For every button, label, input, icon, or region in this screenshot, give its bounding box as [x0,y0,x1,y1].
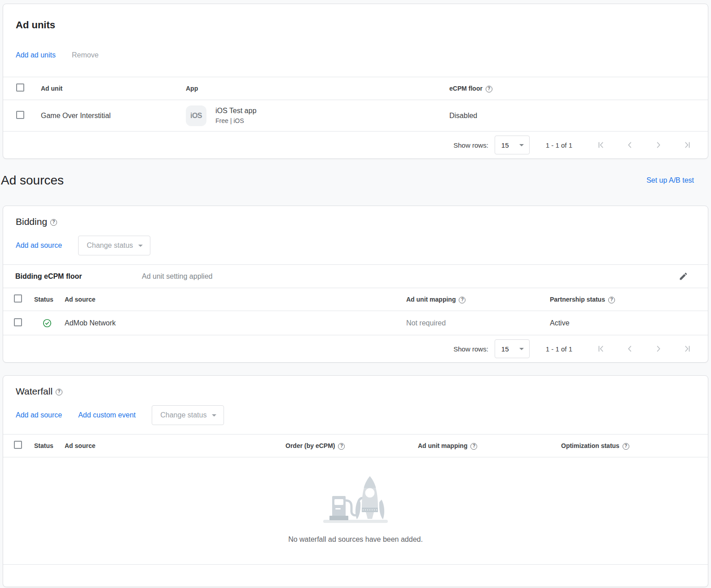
page-range: 1 - 1 of 1 [546,141,572,149]
bidding-help-icon[interactable] [50,219,57,226]
pagination-nav [596,343,693,354]
waterfall-card: Waterfall Add ad source Add custom event… [3,375,708,587]
col-app: App [186,85,449,92]
ad-unit-name[interactable]: Game Over Interstitial [41,112,186,120]
bidding-card: Bidding Add ad source Change status Bidd… [3,206,708,363]
ad-units-card: Ad units Add ad units Remove Ad unit App… [3,4,708,159]
change-status-button[interactable]: Change status [78,236,150,255]
add-ad-units-link[interactable]: Add ad units [16,51,56,59]
waterfall-head: Waterfall Add ad source Add custom event… [3,376,708,434]
next-page-icon[interactable] [653,140,664,150]
order-by-ecpm-help-icon[interactable] [338,443,345,450]
ad-unit-mapping-help-icon[interactable] [459,297,465,303]
table-row: Game Over Interstitial iOS iOS Test app … [3,100,708,132]
row-checkbox-cell [3,111,41,121]
ad-unit-mapping-value: Not required [406,319,550,327]
change-status-button[interactable]: Change status [152,405,224,425]
ad-unit-mapping-help-icon[interactable] [470,443,477,450]
ios-app-icon: iOS [186,105,206,126]
page: Ad units Add ad units Remove Ad unit App… [0,0,711,588]
bidding-actions: Add ad source Change status [16,236,695,255]
bidding-pagination: Show rows: 15 1 - 1 of 1 [3,335,708,362]
col-ad-unit: Ad unit [41,85,186,92]
waterfall-card-footer [3,564,708,587]
chevron-down-icon [212,414,216,417]
ad-source-name[interactable]: AdMob Network [65,319,406,327]
app-meta: Free | iOS [215,117,256,125]
rows-per-page-select[interactable]: 15 [495,136,530,154]
bidding-ecpm-floor-label: Bidding eCPM floor [15,272,142,281]
set-up-ab-test-link[interactable]: Set up A/B test [646,176,694,184]
select-all-checkbox[interactable] [16,83,24,92]
row-checkbox[interactable] [14,318,22,326]
last-page-icon[interactable] [682,343,693,354]
show-rows-label: Show rows: [453,345,488,353]
col-ecpm-floor: eCPM floor [449,85,708,92]
col-status: Status [34,442,65,449]
row-checkbox[interactable] [16,111,24,119]
table-row: AdMob Network Not required Active [3,311,708,335]
first-page-icon[interactable] [596,140,606,150]
add-custom-event-link[interactable]: Add custom event [78,411,136,419]
app-name: iOS Test app [215,106,256,115]
ad-sources-section: Ad sources Set up A/B test [0,159,711,206]
first-page-icon[interactable] [596,343,606,354]
ecpm-floor-help-icon[interactable] [486,86,492,92]
col-status: Status [34,296,65,303]
bidding-ecpm-floor-row: Bidding eCPM floor Ad unit setting appli… [3,264,708,288]
previous-page-icon[interactable] [624,140,635,150]
select-all-checkbox[interactable] [14,441,22,449]
select-all-checkbox[interactable] [14,294,22,303]
optimization-status-help-icon[interactable] [623,443,629,450]
waterfall-empty-state: No waterfall ad sources have been added. [3,457,708,564]
ad-units-actions: Add ad units Remove [16,45,695,65]
ad-sources-title: Ad sources [1,173,64,188]
partnership-status-value: Active [550,319,708,327]
ad-units-table-header: Ad unit App eCPM floor [3,77,708,100]
col-order-by-ecpm: Order (by eCPM) [285,442,418,449]
ecpm-floor-value: Disabled [449,112,708,120]
header-checkbox-cell [3,294,34,304]
waterfall-actions: Add ad source Add custom event Change st… [16,405,695,425]
ad-units-pagination: Show rows: 15 1 - 1 of 1 [3,132,708,158]
col-ad-unit-mapping: Ad unit mapping [418,442,561,449]
waterfall-table-header: Status Ad source Order (by eCPM) Ad unit… [3,434,708,457]
bidding-title: Bidding [16,216,695,228]
app-cell: iOS iOS Test app Free | iOS [186,105,449,126]
rows-per-page-select[interactable]: 15 [495,339,530,358]
add-ad-source-link[interactable]: Add ad source [16,241,62,250]
chevron-down-icon [519,348,524,350]
active-check-icon [42,318,52,328]
chevron-down-icon [519,144,524,146]
ad-units-head: Ad units Add ad units Remove [3,4,708,77]
partnership-status-help-icon[interactable] [608,297,615,303]
bidding-head: Bidding Add ad source Change status [3,206,708,264]
status-cell [34,318,65,328]
waterfall-help-icon[interactable] [56,389,62,395]
next-page-icon[interactable] [653,343,664,354]
rocket-fuel-pump-illustration [3,473,708,527]
row-checkbox-cell [3,318,34,328]
ad-units-title: Ad units [16,18,695,32]
header-checkbox-cell [3,83,41,93]
page-range: 1 - 1 of 1 [546,345,572,353]
show-rows-label: Show rows: [453,141,488,149]
last-page-icon[interactable] [682,140,693,150]
add-ad-source-link[interactable]: Add ad source [16,411,62,419]
edit-button[interactable] [679,272,688,281]
pagination-nav [596,140,693,150]
col-ad-unit-mapping: Ad unit mapping [406,296,550,303]
bidding-ecpm-floor-value: Ad unit setting applied [142,272,679,281]
col-ad-source: Ad source [65,442,285,449]
col-optimization-status: Optimization status [561,442,708,449]
remove-link[interactable]: Remove [72,51,99,59]
waterfall-title: Waterfall [16,386,695,397]
col-ad-source: Ad source [65,296,406,303]
chevron-down-icon [138,245,143,247]
pencil-icon [679,272,688,281]
previous-page-icon[interactable] [624,343,635,354]
col-partnership-status: Partnership status [550,296,708,303]
waterfall-empty-message: No waterfall ad sources have been added. [3,535,708,544]
header-checkbox-cell [3,441,34,451]
bidding-table-header: Status Ad source Ad unit mapping Partner… [3,288,708,311]
